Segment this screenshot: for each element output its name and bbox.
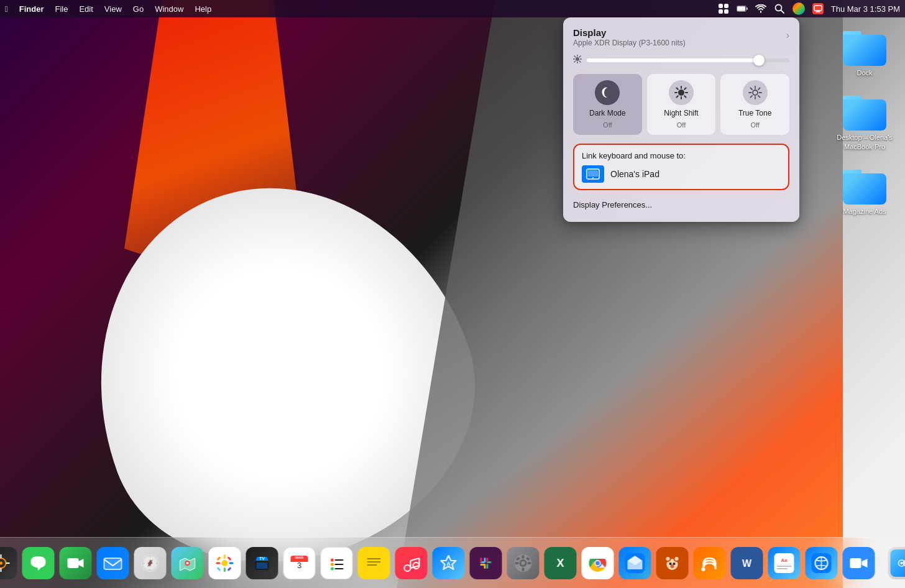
menu-window[interactable]: Window [155, 4, 183, 14]
dock-item-appstore[interactable]: A [431, 546, 466, 581]
panel-title: Display [573, 27, 686, 38]
search-icon[interactable] [774, 3, 785, 14]
brightness-slider[interactable] [587, 58, 789, 62]
dock-item-zoom[interactable] [842, 546, 876, 581]
panel-chevron-icon[interactable]: › [786, 30, 789, 41]
chrome-app-icon [582, 547, 614, 579]
svg-point-136 [666, 557, 670, 561]
svg-point-72 [222, 560, 228, 566]
dock-item-photos[interactable] [208, 546, 242, 581]
svg-rect-1 [724, 4, 728, 8]
dock-item-tv[interactable]: TV [245, 546, 280, 581]
svg-rect-111 [487, 564, 489, 569]
svg-point-139 [673, 563, 676, 565]
dock-item-rapidweaver[interactable] [804, 546, 839, 581]
svg-rect-3 [724, 9, 728, 14]
dock-item-reminders[interactable] [319, 546, 354, 581]
svg-rect-144 [774, 553, 794, 573]
menu-help[interactable]: Help [195, 4, 211, 14]
battery-icon[interactable] [737, 3, 748, 14]
svg-rect-0 [719, 4, 723, 8]
desktop-folder-magazine[interactable]: Magazine Ads [837, 170, 893, 216]
dock-item-maps[interactable] [170, 546, 205, 581]
brightness-thumb[interactable] [753, 55, 765, 66]
panel-header: Display Apple XDR Display (P3-1600 nits)… [573, 27, 789, 47]
svg-text:TV: TV [259, 556, 265, 561]
dock-item-calendar[interactable]: MAR 3 [282, 546, 317, 581]
notes-app-icon [358, 547, 390, 579]
svg-text:Aa: Aa [781, 558, 788, 563]
svg-text:W: W [742, 558, 752, 569]
menubar-right: Thu Mar 3 1:53 PM [718, 2, 900, 15]
wifi-icon[interactable] [755, 3, 766, 14]
dock-item-finder2[interactable] [887, 546, 906, 581]
dock-item-slack[interactable] [469, 546, 503, 581]
dock-item-mail[interactable] [96, 546, 131, 581]
true-tone-button[interactable]: True Tone Off [720, 74, 789, 135]
svg-point-12 [576, 57, 579, 61]
true-tone-sublabel: Off [750, 121, 759, 129]
desktop-folder-dock[interactable]: Dock [837, 31, 893, 77]
menu-file[interactable]: File [55, 4, 68, 14]
dock-item-notes[interactable] [357, 546, 392, 581]
svg-line-19 [579, 56, 581, 57]
dictionary-app-icon: Aa [768, 547, 801, 579]
svg-point-130 [595, 561, 600, 565]
dock-item-airmail[interactable] [618, 546, 653, 581]
svg-rect-83 [257, 563, 268, 569]
svg-point-156 [901, 562, 903, 564]
dock-item-launchpad[interactable] [0, 546, 19, 581]
svg-rect-40 [588, 170, 598, 177]
menu-finder[interactable]: Finder [19, 4, 44, 14]
night-shift-label: Night Shift [664, 109, 698, 117]
dock-item-messages[interactable] [21, 546, 56, 581]
dock-item-dictionary[interactable]: Aa [767, 546, 802, 581]
dock-item-facetime[interactable] [58, 546, 93, 581]
control-center-icon[interactable] [718, 3, 729, 14]
svg-point-100 [405, 565, 411, 571]
link-keyboard-section[interactable]: Link keyboard and mouse to: Olena's iPad [573, 144, 789, 190]
menu-view[interactable]: View [104, 4, 122, 14]
svg-line-29 [677, 96, 678, 97]
svg-rect-5 [747, 7, 748, 10]
dock-item-music[interactable] [394, 546, 429, 581]
display-preferences-link[interactable]: Display Preferences... [573, 198, 789, 212]
desktop-folder-macbook[interactable]: Desktop – Olena's MacBook Pro [837, 96, 893, 151]
dock-item-reeder[interactable] [692, 546, 727, 581]
dock-item-excel[interactable]: X [543, 546, 578, 581]
dock-item-word[interactable]: W [730, 546, 765, 581]
mail-app-icon [97, 547, 129, 579]
dock: TV MAR 3 [0, 537, 905, 588]
dock-item-safari[interactable] [133, 546, 168, 581]
display-menu-icon[interactable] [812, 3, 824, 14]
svg-point-94 [331, 567, 334, 570]
excel-app-icon: X [544, 547, 577, 579]
svg-line-27 [684, 96, 686, 97]
menu-go[interactable]: Go [133, 4, 144, 14]
svg-rect-147 [777, 566, 792, 567]
apple-menu[interactable]:  [5, 4, 8, 14]
brightness-low-icon [573, 55, 582, 65]
night-shift-button[interactable]: Night Shift Off [647, 74, 716, 135]
svg-text:A: A [446, 561, 451, 567]
zoom-app-icon [843, 547, 875, 579]
true-tone-icon [743, 80, 768, 105]
svg-rect-97 [367, 558, 381, 559]
link-device-row: Olena's iPad [582, 165, 781, 183]
menu-edit[interactable]: Edit [79, 4, 93, 14]
svg-line-17 [574, 56, 576, 57]
desktop-folder-dock-label: Dock [857, 68, 872, 77]
dark-mode-icon [595, 80, 620, 105]
svg-point-92 [331, 563, 334, 566]
dark-mode-button[interactable]: Dark Mode Off [573, 74, 642, 135]
dock-item-bear[interactable] [655, 546, 690, 581]
siri-icon[interactable] [792, 2, 805, 15]
dock-item-chrome[interactable] [581, 546, 615, 581]
display-panel: Display Apple XDR Display (P3-1600 nits)… [563, 17, 799, 222]
launchpad-app-icon [0, 547, 17, 579]
dark-mode-sublabel: Off [603, 121, 612, 129]
dock-item-systemprefs[interactable] [506, 546, 541, 581]
svg-point-118 [521, 561, 525, 565]
svg-rect-2 [719, 9, 723, 14]
reeder-app-icon [694, 547, 726, 579]
